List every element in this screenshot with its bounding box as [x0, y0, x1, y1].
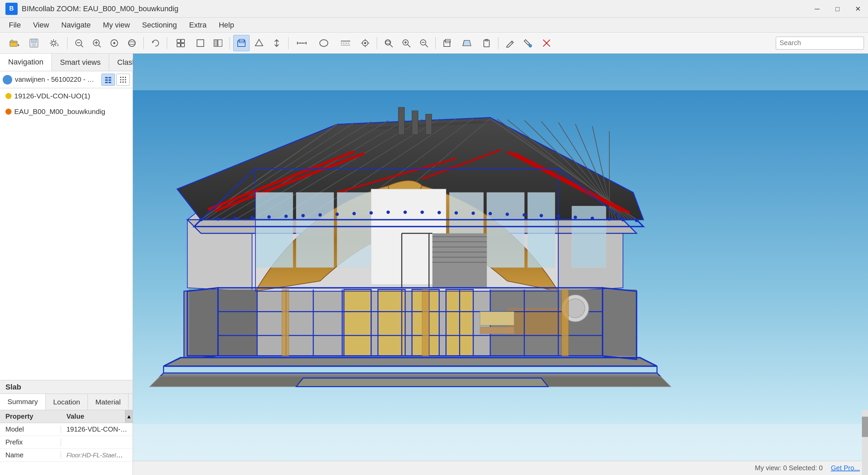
svg-line-13: [99, 45, 101, 47]
svg-rect-126: [528, 192, 555, 267]
svg-rect-121: [255, 192, 293, 267]
list-item[interactable]: EAU_B00_M00_bouwkundig: [0, 104, 133, 119]
search-input[interactable]: [776, 37, 864, 50]
svg-point-168: [352, 212, 356, 215]
svg-point-176: [489, 212, 492, 215]
section-plane-button[interactable]: [457, 35, 477, 51]
orthographic-button[interactable]: [233, 35, 250, 51]
selection-type-label: Slab: [0, 380, 133, 394]
status-text: My view: 0 Selected: 0: [755, 464, 823, 472]
svg-point-179: [539, 214, 543, 217]
svg-rect-48: [386, 41, 390, 44]
zoom-in-button[interactable]: [88, 35, 105, 51]
svg-rect-0: [10, 41, 17, 46]
property-key: Name: [0, 451, 61, 459]
section-box-button[interactable]: [439, 35, 455, 51]
settings-button[interactable]: [43, 35, 64, 51]
svg-marker-202: [160, 373, 660, 376]
viewport[interactable]: [133, 54, 868, 461]
line-style-button[interactable]: [335, 35, 356, 51]
measure-button[interactable]: [292, 35, 312, 51]
svg-point-64: [529, 44, 532, 48]
svg-rect-67: [105, 77, 108, 78]
toolbar-separator-6: [377, 37, 377, 49]
svg-rect-186: [398, 107, 405, 134]
tab-material[interactable]: Material: [88, 394, 129, 410]
scroll-up-button[interactable]: ▲: [125, 410, 133, 423]
menu-sectioning[interactable]: Sectioning: [136, 19, 183, 32]
menubar: File View Navigate My view Sectioning Ex…: [0, 18, 868, 33]
tab-smartviews[interactable]: Smart views: [52, 54, 109, 71]
split-view-button[interactable]: [210, 35, 226, 51]
snap-button[interactable]: [357, 35, 373, 51]
menu-view[interactable]: View: [27, 19, 55, 32]
tree-view-button[interactable]: [101, 74, 115, 86]
menu-help[interactable]: Help: [213, 19, 240, 32]
minimize-button[interactable]: ─: [807, 0, 827, 18]
sync-views-button[interactable]: [269, 35, 285, 51]
save-button[interactable]: [26, 35, 42, 51]
undo-button[interactable]: [147, 35, 163, 51]
svg-point-5: [52, 41, 55, 45]
perspective-button[interactable]: [251, 35, 267, 51]
close-button[interactable]: ✕: [848, 0, 868, 18]
zoom-out-btn2[interactable]: [416, 35, 432, 51]
svg-rect-129: [344, 289, 371, 356]
menu-file[interactable]: File: [3, 19, 27, 32]
left-panel: Navigation Smart views Clashes Issues va…: [0, 54, 133, 475]
svg-marker-204: [296, 378, 548, 386]
svg-rect-194: [480, 312, 514, 325]
panel-tabs: Navigation Smart views Clashes Issues: [0, 54, 133, 71]
toolbar-separator-3: [167, 37, 167, 49]
orbit-button[interactable]: [124, 35, 140, 51]
file-name: 19126-VDL-CON-UO(1): [14, 92, 90, 100]
zoom-fit-button[interactable]: [106, 35, 122, 51]
properties-tabs: Summary Location Material Clashes ›: [0, 394, 133, 410]
svg-line-52: [408, 44, 410, 47]
get-pro-link[interactable]: Get Pro...: [831, 464, 860, 472]
svg-point-16: [129, 40, 135, 46]
properties-table: Property Value ▲ Model 19126-VDL-CON-UO(…: [0, 410, 133, 475]
zoom-in-btn2[interactable]: [398, 35, 414, 51]
zoom-window-button[interactable]: [380, 35, 397, 51]
tab-location[interactable]: Location: [46, 394, 88, 410]
svg-point-36: [320, 40, 328, 46]
property-key: Prefix: [0, 438, 61, 446]
svg-point-172: [420, 210, 424, 214]
zoom-out-button[interactable]: [71, 35, 87, 51]
model-view-button[interactable]: [171, 35, 191, 51]
tab-clashes-props[interactable]: Clashes: [129, 394, 133, 410]
svg-rect-21: [177, 43, 180, 47]
properties-scrollbar[interactable]: [862, 410, 868, 475]
crop-button[interactable]: [192, 35, 209, 51]
svg-rect-22: [181, 43, 184, 47]
grid-view-button[interactable]: [116, 74, 130, 86]
svg-rect-127: [572, 206, 606, 267]
toolbar-separator-4: [230, 37, 230, 49]
markup-clear-button[interactable]: [537, 35, 557, 51]
svg-point-41: [364, 42, 366, 44]
svg-rect-56: [444, 41, 450, 46]
svg-rect-135: [507, 308, 569, 336]
clipboard-button[interactable]: [478, 35, 495, 51]
tab-navigation[interactable]: Navigation: [0, 54, 52, 71]
property-key: Model: [0, 425, 61, 433]
tab-summary[interactable]: Summary: [0, 394, 46, 410]
menu-extra[interactable]: Extra: [183, 19, 213, 32]
property-col-header: Property: [0, 413, 61, 420]
markup-draw-button[interactable]: [502, 35, 518, 51]
svg-rect-197: [422, 289, 429, 356]
markup-fill-button[interactable]: [519, 35, 536, 51]
titlebar: B BIMcollab ZOOM: EAU_B00_M00_bouwkundig…: [0, 0, 868, 18]
window-title: BIMcollab ZOOM: EAU_B00_M00_bouwkundig: [22, 4, 178, 13]
svg-point-78: [125, 79, 126, 80]
list-item[interactable]: 19126-VDL-CON-UO(1): [0, 88, 133, 104]
svg-point-178: [522, 213, 526, 217]
svg-line-55: [425, 44, 428, 47]
open-button[interactable]: [4, 35, 24, 51]
maximize-button[interactable]: □: [827, 0, 848, 18]
menu-myview[interactable]: My view: [97, 19, 136, 32]
area-button[interactable]: [314, 35, 334, 51]
menu-navigate[interactable]: Navigate: [55, 19, 97, 32]
property-value-partial: Floor:HD-FL-StaelRoofCladding-105:450006…: [66, 451, 133, 459]
